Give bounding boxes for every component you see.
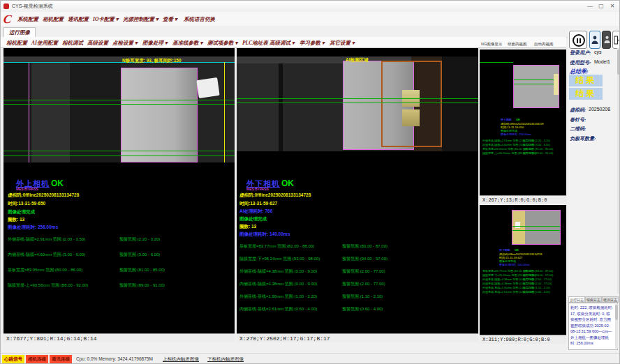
menu-item-view[interactable]: 查看 ▾ bbox=[163, 16, 177, 23]
menu-item-io-config[interactable]: IO卡配置 ▾ bbox=[93, 16, 118, 23]
magenta-guide-line bbox=[29, 62, 29, 162]
thumb-a-image bbox=[513, 65, 559, 108]
measurement-row: 内侧基线-隔膜=4.60mm 范围:(3.00 - 6.00) 预警范围:(3.… bbox=[3, 252, 235, 257]
cpu-memory-status: Cpu: 0.0% Memory: 3424.41796875M bbox=[76, 356, 153, 361]
mid-camera-image[interactable]: AI检测区域 bbox=[237, 56, 478, 151]
pause-icon bbox=[573, 34, 585, 47]
log-tab-error[interactable]: 错误日志 bbox=[602, 296, 619, 303]
proc-time-line: 图像处理耗时: 140.00ms bbox=[239, 232, 290, 238]
barcode-line: 虚拟码:0ffline20250208133134728 bbox=[8, 192, 79, 199]
thumb-tab-ng[interactable]: NG图像显示 bbox=[481, 42, 502, 47]
tool-ai-config[interactable]: AI使用配置 bbox=[31, 40, 58, 47]
green-line-2 bbox=[3, 104, 235, 105]
scroll-thumb[interactable] bbox=[617, 50, 620, 75]
tool-adv-debug[interactable]: 高级调试 ▾ bbox=[270, 40, 295, 47]
tab-run-image[interactable]: 运行图像 bbox=[3, 27, 36, 38]
user-button[interactable] bbox=[589, 31, 600, 49]
menu-item-light-config[interactable]: 光源控制配置 ▾ bbox=[123, 16, 158, 23]
measurement-value: 隔膜宽度-上=90.56mm 范围:(88.00 - 92.00) bbox=[8, 282, 88, 289]
thumb-b-image bbox=[512, 210, 561, 245]
upper-camera-trigger[interactable]: 上相机内触发图像 bbox=[163, 356, 199, 363]
thumb-tab-auto[interactable]: 自动内视图 bbox=[534, 42, 554, 47]
operator-button[interactable] bbox=[602, 31, 611, 49]
tool-advanced-set[interactable]: 高级设置 bbox=[87, 40, 108, 47]
log-output[interactable]: 耗时: 222, 瑕疵检测耗时: 17, 瑕疵分类耗时: 0, 瑕疵视野分区耗时… bbox=[568, 303, 618, 350]
mini-warn: 预警范围:(2.00 - 77.00) bbox=[523, 278, 552, 281]
model-label: 使用型号: bbox=[570, 59, 591, 66]
white-spot bbox=[515, 222, 520, 228]
warning-range: 预警范围:(2.00 - 77.00) bbox=[342, 281, 385, 287]
menu-item-camera-config[interactable]: 相机配置 bbox=[43, 16, 64, 23]
green-line-1 bbox=[237, 98, 478, 99]
log-tab-defect[interactable]: 瑕疵日志 bbox=[585, 296, 602, 303]
cyan-reference-line bbox=[3, 62, 235, 63]
green-line bbox=[512, 230, 561, 231]
close-button[interactable]: ✕ bbox=[607, 1, 618, 10]
warning-range: 预警范围:(81.00 - 85.00) bbox=[119, 267, 165, 273]
tool-test-param[interactable]: 测试项参数 ▾ bbox=[207, 40, 237, 47]
exit-button[interactable] bbox=[612, 31, 620, 49]
menu-item-comm-config[interactable]: 通讯配置 bbox=[68, 16, 89, 23]
maximize-button[interactable]: ▢ bbox=[596, 1, 607, 10]
pause-button[interactable] bbox=[569, 31, 587, 49]
mini-warn: 预警范围:(81.00 - 85.00) bbox=[523, 147, 553, 151]
tool-spot-check[interactable]: 点检设置 ▾ bbox=[112, 40, 138, 47]
log-scrollbar[interactable] bbox=[615, 304, 618, 349]
measurement-value: 外侧基线-隔膜=2.91mm 范围:(2.00 - 3.50) bbox=[8, 236, 85, 243]
tool-camera-debug[interactable]: 相机调试 bbox=[62, 40, 83, 47]
image-annotation: N极耳宽度: 93, 极耳间距:150 bbox=[122, 58, 182, 64]
measurement-row: 外侧基线-基线=1.90mm 范围:(1.00 - 2.20) 预警范围:(1.… bbox=[237, 294, 478, 299]
machine-right bbox=[442, 56, 478, 151]
app-icon bbox=[3, 3, 9, 9]
warning-range: 预警范围:(2.00 - 77.00) bbox=[342, 268, 385, 275]
warning-range: 预警范围:(2.20 - 3.20) bbox=[119, 236, 160, 243]
cell-block bbox=[121, 68, 198, 162]
machine-rail bbox=[3, 56, 235, 62]
measurement-row: 内侧基线-基线=2.61mm 范围:(0.60 - 4.00) 预警范围:(0.… bbox=[237, 306, 478, 312]
machine-column bbox=[31, 56, 70, 162]
comm-link-indicator: 通讯连接 bbox=[50, 355, 72, 364]
ok-badge: OK bbox=[51, 179, 64, 188]
window-title: CYS-视觉检测系统 bbox=[12, 3, 53, 10]
mes-note: MES:BYPASS bbox=[246, 187, 269, 191]
lower-camera-trigger[interactable]: 下相机内触发图像 bbox=[207, 356, 244, 363]
menu-item-system-config[interactable]: 系统配置 bbox=[17, 16, 38, 23]
mini-title: 外上相机 bbox=[501, 118, 512, 121]
user-icon bbox=[591, 36, 598, 45]
machine-gap bbox=[70, 56, 121, 162]
mini-warn: 预警范围:(0.60 - 4.00) bbox=[523, 290, 550, 294]
log-scroll-thumb[interactable] bbox=[615, 305, 618, 320]
yellow-guide-line bbox=[224, 62, 225, 162]
minimize-button[interactable]: — bbox=[584, 1, 596, 10]
thumb-panel-b[interactable]: 外下相机OK 虚拟码:0ffline20250208133134728 时间:1… bbox=[480, 205, 566, 344]
tool-learn-param[interactable]: 学习参数 ▾ bbox=[300, 40, 325, 47]
green-line bbox=[514, 84, 559, 84]
login-user-label: 登录用户: bbox=[570, 50, 591, 56]
warning-range: 预警范围:(3.00 - 6.00) bbox=[119, 252, 160, 258]
measurement-row: 基板宽度=83.05mm 范围:(80.00 - 86.00) 预警范围:(81… bbox=[3, 267, 235, 273]
tool-other-set[interactable]: 其它设置 ▾ bbox=[330, 40, 355, 47]
tool-plc-table[interactable]: PLC地址表 bbox=[242, 40, 268, 47]
mini-ok: OK bbox=[516, 118, 520, 121]
tool-baseline-param[interactable]: 基准线参数 ▾ bbox=[172, 40, 202, 47]
thumb-panel-a[interactable]: 外上相机OK 虚拟码:0ffline20250208133134728 时间:1… bbox=[480, 50, 566, 204]
measurement-value: 基板宽度=83.77mm 范围:(82.00 - 88.00) bbox=[239, 243, 314, 250]
ai-time-line: AI处理耗时: 766 bbox=[239, 208, 272, 215]
mid-camera-panel: AI检测区域 外下相机OK MES:BYPASS 虚拟码:0ffline2025… bbox=[237, 48, 478, 342]
barcode-line: 虚拟码:0ffline20250208133134728 bbox=[239, 192, 311, 199]
virtual-code-value: 20250208 bbox=[589, 107, 610, 112]
mini-proc: 图像处理耗时: 256.00ms bbox=[501, 132, 531, 136]
tool-image-process[interactable]: 图像处理 ▾ bbox=[142, 40, 168, 47]
measurement-row: 外侧基线-隔膜=4.38mm 范围:(0.00 - 9.00) 预警范围:(2.… bbox=[237, 268, 478, 274]
thumb-tab-mid[interactable]: 研磨内视图 bbox=[508, 42, 527, 47]
side-panel: 登录用户: cys 使用型号: Model1 总结果: 结果 结果 虚拟码: 2… bbox=[568, 29, 620, 351]
side-scrollbar[interactable] bbox=[617, 48, 620, 294]
tab-count-label: 负极耳数量: bbox=[570, 135, 596, 142]
mes-note: MES:BYPASS bbox=[16, 187, 38, 191]
menu-item-language-switch[interactable]: 系统语言切换 bbox=[184, 16, 215, 23]
left-camera-image[interactable]: N极耳宽度: 93, 极耳间距:150 bbox=[3, 56, 235, 162]
log-tab-run[interactable]: 运行日志 bbox=[568, 296, 585, 303]
tool-camera-config[interactable]: 相机配置 bbox=[6, 40, 27, 47]
pixel-status-bar: X:311;Y:980;R:0;G:0;B:0 bbox=[480, 335, 566, 344]
green-line bbox=[512, 226, 561, 227]
